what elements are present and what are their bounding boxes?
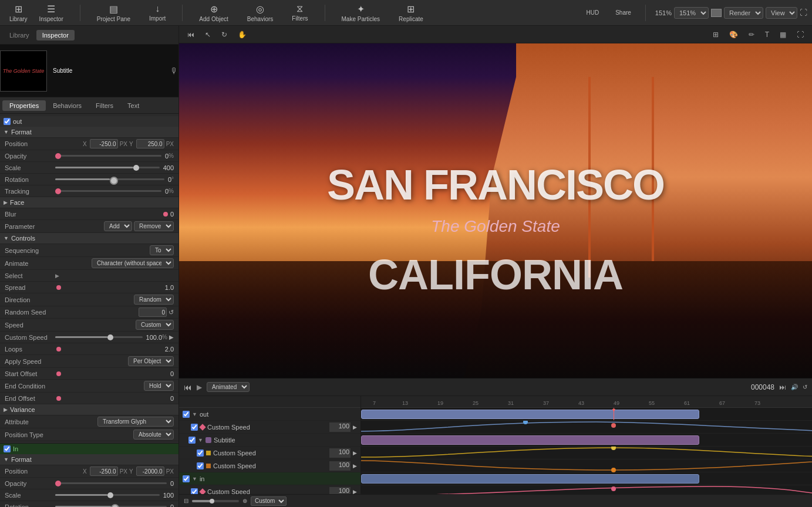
- rotation-slider[interactable]: [55, 175, 164, 184]
- filters-btn[interactable]: ⧖ Filters: [287, 1, 312, 24]
- speaker-btn[interactable]: 🔊: [791, 384, 798, 390]
- tl-out-sub-cs1-arrow[interactable]: ▶: [353, 450, 357, 456]
- in-x-label: X: [83, 468, 87, 475]
- make-particles-btn[interactable]: ✦ Make Particles: [337, 1, 385, 25]
- tl-out-arrow[interactable]: ▼: [192, 411, 197, 417]
- format-section-header[interactable]: ▼ Format: [0, 127, 178, 138]
- pos-y-input[interactable]: [136, 139, 164, 148]
- format-label: Format: [11, 129, 32, 136]
- replicate-btn[interactable]: ⊞ Replicate: [394, 1, 428, 25]
- hud-btn[interactable]: HUD: [582, 7, 604, 18]
- param-select-group-out: Add Remove: [104, 221, 174, 231]
- tl-in-cs-arrow[interactable]: ▶: [353, 489, 357, 495]
- import-btn[interactable]: ↓ Import: [144, 1, 170, 24]
- speed-select[interactable]: Custom: [136, 320, 174, 330]
- tl-out-cs-checkbox[interactable]: [191, 424, 198, 431]
- tl-out-cs-arrow[interactable]: ▶: [353, 424, 357, 430]
- text-btn[interactable]: T: [762, 29, 773, 40]
- attribute-select[interactable]: Transform Glyph: [97, 417, 174, 427]
- tl-in-arrow[interactable]: ▼: [192, 476, 197, 482]
- play-btn[interactable]: ▶: [197, 383, 202, 391]
- clip-in[interactable]: [361, 474, 699, 484]
- clip-out[interactable]: [361, 410, 699, 419]
- tl-out-sub-cs2-arrow[interactable]: ▶: [353, 463, 357, 469]
- inspector-tab[interactable]: Inspector: [36, 30, 75, 40]
- tl-in-checkbox[interactable]: [183, 475, 190, 482]
- scale-slider[interactable]: [55, 164, 160, 172]
- position-type-select[interactable]: Absolute: [133, 430, 174, 440]
- project-pane-btn[interactable]: ▤ Project Pane: [92, 1, 135, 25]
- mask-btn[interactable]: ▦: [776, 29, 790, 40]
- opacity-slider[interactable]: [55, 152, 161, 160]
- library-tab[interactable]: Library: [5, 29, 34, 41]
- view-mode-btn[interactable]: ⊞: [709, 29, 722, 40]
- timeline-zoom-slider[interactable]: [192, 500, 239, 502]
- sequencing-select[interactable]: To: [150, 245, 174, 255]
- variance-section-header[interactable]: ▶ Variance: [0, 404, 178, 415]
- library-btn[interactable]: ⊞ Library: [5, 1, 32, 25]
- tab-behaviors[interactable]: Behaviors: [46, 100, 89, 111]
- random-seed-row: Random Seed ↺: [0, 306, 178, 319]
- inspector-btn[interactable]: ☰ Inspector: [35, 1, 68, 25]
- out-checkbox[interactable]: [4, 118, 11, 125]
- tl-out-sub-cs2-checkbox[interactable]: [197, 462, 204, 469]
- tl-in-cs-checkbox[interactable]: [191, 488, 198, 495]
- clip-subtitle-out[interactable]: [361, 435, 699, 445]
- tl-out-sub-arrow[interactable]: ▼: [198, 437, 203, 443]
- in-position-label: Position: [5, 468, 52, 475]
- controls-section-header[interactable]: ▼ Controls: [0, 233, 178, 244]
- rotate-btn[interactable]: ↻: [218, 29, 231, 40]
- bottom-bar-mode-select[interactable]: Custom: [251, 496, 287, 506]
- main-layout: Library Inspector The Golden State Subti…: [0, 26, 812, 507]
- playhead: [614, 408, 614, 420]
- pen-btn[interactable]: ✏: [745, 29, 758, 40]
- end-condition-select[interactable]: Hold: [144, 381, 174, 391]
- pos-x-input[interactable]: [90, 139, 118, 148]
- color-swatch: [711, 9, 722, 17]
- tab-text[interactable]: Text: [120, 100, 146, 111]
- playback-btn[interactable]: ⏮: [184, 29, 198, 40]
- tl-out-sub-checkbox[interactable]: [188, 437, 196, 444]
- direction-select[interactable]: Random: [134, 295, 174, 305]
- share-btn[interactable]: Share: [611, 7, 636, 18]
- fullscreen-btn[interactable]: ⛶: [793, 29, 807, 40]
- opacity-row: Opacity 0 %: [0, 150, 178, 162]
- in-opacity-value: 0: [170, 480, 174, 487]
- animated-select[interactable]: Animated: [207, 382, 250, 392]
- face-section-header[interactable]: ▶ Face: [0, 197, 178, 208]
- zoom-select[interactable]: 151%: [674, 7, 709, 19]
- loop-btn[interactable]: ↺: [803, 384, 807, 390]
- in-scale-slider[interactable]: [55, 491, 160, 499]
- add-object-btn[interactable]: ⊕ Add Object: [194, 1, 233, 25]
- apply-speed-select[interactable]: Per Object: [128, 356, 174, 366]
- in-rotation-slider[interactable]: [55, 503, 167, 508]
- in-format-section-header[interactable]: ▼ Format: [0, 454, 178, 465]
- param-add-select[interactable]: Add: [104, 221, 132, 231]
- in-checkbox[interactable]: [4, 445, 11, 452]
- rewind-btn[interactable]: ⏮: [184, 383, 192, 392]
- zoom-in-btn[interactable]: ⊕: [242, 498, 247, 504]
- tl-out-checkbox[interactable]: [183, 411, 190, 418]
- param-remove-select[interactable]: Remove: [134, 221, 174, 231]
- tracking-slider[interactable]: [55, 187, 161, 195]
- transform-btn[interactable]: ↖: [201, 29, 214, 40]
- in-pos-y-input[interactable]: [136, 467, 164, 476]
- tab-properties[interactable]: Properties: [2, 100, 46, 111]
- zoom-out-btn[interactable]: ⊟: [184, 498, 188, 504]
- custom-speed-slider[interactable]: [55, 333, 143, 342]
- random-seed-input[interactable]: [139, 307, 167, 317]
- tl-out-sub-cs1-checkbox[interactable]: [197, 449, 204, 457]
- render-select[interactable]: Render: [724, 7, 763, 19]
- pan-btn[interactable]: ✋: [234, 29, 250, 40]
- in-pos-x-input[interactable]: [90, 467, 118, 476]
- color-mode-btn[interactable]: 🎨: [726, 29, 742, 40]
- animate-select[interactable]: Character (without spaces): [92, 258, 174, 268]
- custom-speed-arrow[interactable]: ▶: [169, 334, 174, 340]
- refresh-icon[interactable]: ↺: [169, 309, 174, 316]
- view-select[interactable]: View: [766, 7, 797, 19]
- tab-filters[interactable]: Filters: [89, 100, 120, 111]
- forward-btn[interactable]: ⏭: [779, 383, 786, 391]
- in-opacity-slider[interactable]: [55, 479, 167, 488]
- timeline-zoom-thumb[interactable]: [210, 499, 214, 503]
- behaviors-btn[interactable]: ◎ Behaviors: [242, 1, 278, 25]
